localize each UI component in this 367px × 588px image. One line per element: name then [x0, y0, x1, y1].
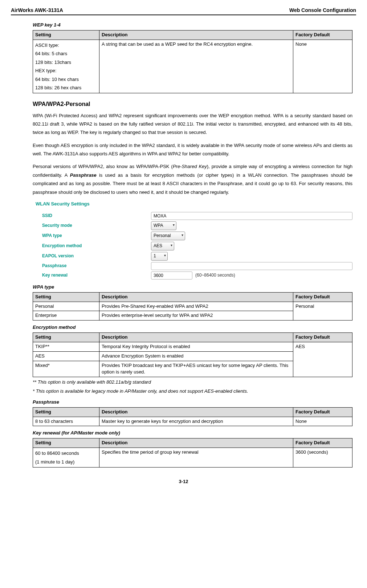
- security-mode-label: Security mode: [36, 222, 151, 229]
- th-description: Description: [99, 333, 293, 342]
- wpa-type-table: Setting Description Factory Default Pers…: [33, 292, 352, 321]
- th-setting: Setting: [33, 407, 99, 417]
- wlan-title: WLAN Security Settings: [36, 201, 352, 208]
- key-renewal-label: Key renewal: [36, 272, 151, 278]
- enc-default: AES: [293, 342, 352, 377]
- key-setting-cell: 60 to 86400 seconds (1 minute to 1 day): [33, 448, 99, 467]
- page-number: 3-12: [11, 478, 356, 485]
- eapol-label: EAPOL version: [36, 253, 151, 259]
- key-renewal-input[interactable]: [151, 271, 192, 279]
- wlan-settings-panel: WLAN Security Settings SSID Security mod…: [33, 201, 352, 279]
- wep-setting-cell: ASCII type: 64 bits: 5 chars 128 bits: 1…: [33, 40, 99, 93]
- th-setting: Setting: [33, 333, 99, 342]
- pass-caption: Passphrase: [33, 399, 352, 406]
- th-description: Description: [99, 407, 293, 417]
- table-row: ASCII type: 64 bits: 5 chars 128 bits: 1…: [33, 40, 352, 93]
- header-right: Web Console Configuration: [289, 7, 356, 14]
- enc-caption: Encryption method: [33, 324, 352, 331]
- passphrase-input[interactable]: [151, 262, 352, 270]
- th-default: Factory Default: [293, 292, 352, 302]
- wep-default-cell: None: [293, 40, 352, 93]
- passphrase-label: Passphrase: [36, 263, 151, 269]
- header-left: AirWorks AWK-3131A: [11, 7, 63, 14]
- wpa-heading: WPA/WPA2-Personal: [33, 100, 352, 108]
- eapol-select[interactable]: 1: [151, 252, 168, 261]
- th-default: Factory Default: [293, 30, 352, 40]
- wpa-type-select[interactable]: Personal: [151, 232, 185, 240]
- wep-caption: WEP key 1-4: [33, 22, 352, 29]
- encryption-label: Encryption method: [36, 243, 151, 249]
- page-header: AirWorks AWK-3131A Web Console Configura…: [11, 7, 356, 15]
- wpa-p3: Personal versions of WPA/WPA2, also know…: [33, 162, 352, 196]
- enc-table: Setting Description Factory Default TKIP…: [33, 332, 352, 377]
- enc-note2: * This option is available for legacy mo…: [33, 388, 352, 395]
- th-description: Description: [99, 438, 293, 448]
- wpa-p2: Even though AES encryption is only inclu…: [33, 141, 352, 158]
- wpa-type-default: Personal: [293, 302, 352, 320]
- th-setting: Setting: [33, 30, 99, 40]
- th-setting: Setting: [33, 438, 99, 448]
- th-default: Factory Default: [293, 407, 352, 417]
- security-mode-select[interactable]: WPA: [151, 221, 176, 230]
- th-default: Factory Default: [293, 333, 352, 342]
- key-renewal-hint: (60~86400 seconds): [195, 272, 235, 278]
- th-description: Description: [99, 30, 293, 40]
- table-row: Personal Provides Pre-Shared Key-enabled…: [33, 302, 352, 311]
- wep-table: Setting Description Factory Default ASCI…: [33, 30, 352, 93]
- th-default: Factory Default: [293, 438, 352, 448]
- enc-note1: ** This option is only available with 80…: [33, 379, 352, 386]
- ssid-label: SSID: [36, 213, 151, 219]
- page-content: WEP key 1-4 Setting Description Factory …: [33, 22, 352, 467]
- key-table: Setting Description Factory Default 60 t…: [33, 438, 352, 467]
- th-description: Description: [99, 292, 293, 302]
- table-row: 8 to 63 characters Master key to generat…: [33, 417, 352, 426]
- wpa-type-caption: WPA type: [33, 284, 352, 291]
- ssid-input[interactable]: [151, 212, 352, 220]
- wpa-p1: WPA (Wi-Fi Protected Access) and WPA2 re…: [33, 111, 352, 137]
- wep-desc-cell: A string that can be used as a WEP seed …: [99, 40, 293, 93]
- pass-table: Setting Description Factory Default 8 to…: [33, 407, 352, 426]
- table-row: TKIP** Temporal Key Integrity Protocol i…: [33, 342, 352, 351]
- th-setting: Setting: [33, 292, 99, 302]
- encryption-select[interactable]: AES: [151, 242, 174, 250]
- key-caption: Key renewal (for AP/Master mode only): [33, 430, 352, 437]
- wpa-type-label: WPA type: [36, 233, 151, 239]
- table-row: 60 to 86400 seconds (1 minute to 1 day) …: [33, 448, 352, 467]
